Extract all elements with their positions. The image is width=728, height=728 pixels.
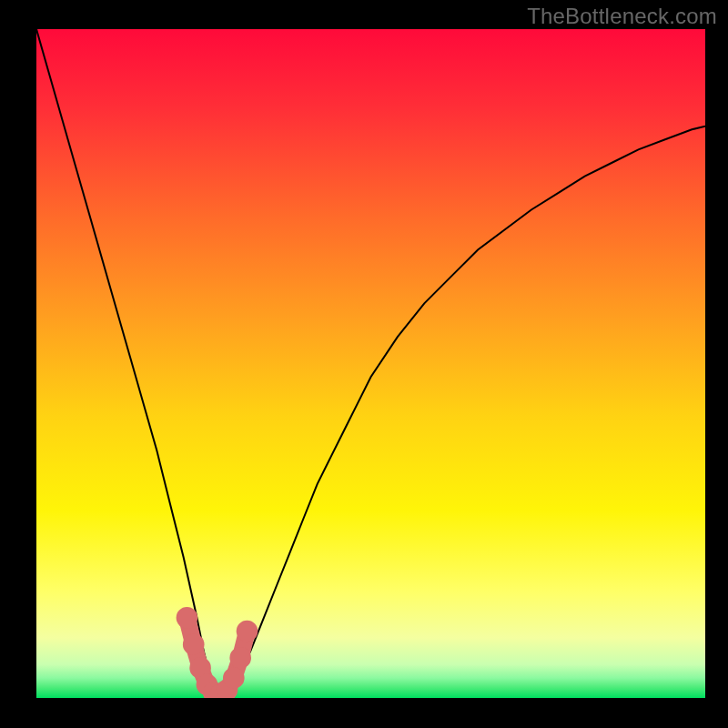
plot-area [36, 29, 705, 698]
optimal-point [183, 633, 205, 655]
chart-svg [36, 29, 705, 698]
bottleneck-curve [36, 29, 705, 698]
watermark-text: TheBottleneck.com [527, 4, 717, 29]
optimal-point [237, 621, 258, 642]
optimal-point [177, 607, 198, 629]
optimal-range-points [177, 607, 258, 698]
optimal-point [229, 647, 251, 669]
optimal-point [223, 667, 245, 689]
chart-frame: TheBottleneck.com [0, 0, 728, 728]
